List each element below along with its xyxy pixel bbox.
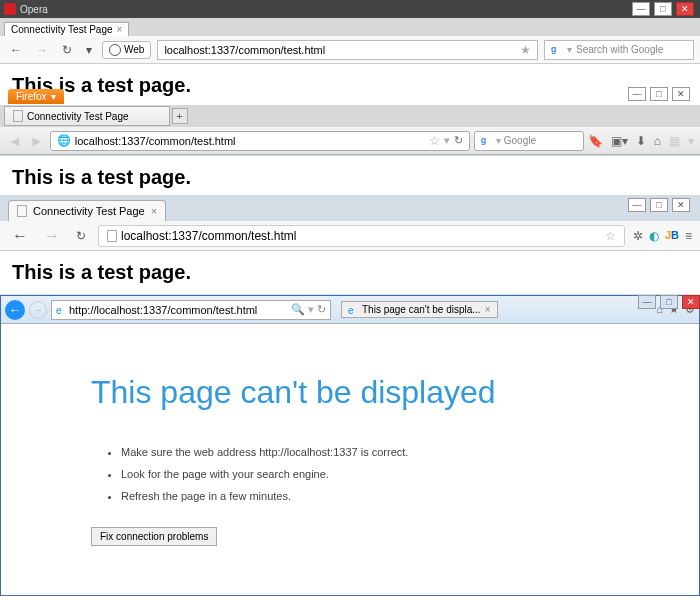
url-text: localhost:1337/common/test.html (121, 229, 601, 243)
forward-button[interactable]: → (29, 301, 47, 319)
ie-address-bar[interactable]: e http://localhost:1337/common/test.html… (51, 300, 331, 320)
minimize-button[interactable]: — (628, 87, 646, 101)
ie-icon: e (56, 305, 66, 315)
globe-icon: 🌐 (57, 134, 71, 147)
reload-button[interactable]: ↻ (454, 134, 463, 147)
back-button[interactable]: ← (8, 225, 32, 247)
menu-icon[interactable]: ≡ (685, 229, 692, 243)
minimize-button[interactable]: — (632, 2, 650, 16)
firefox-page-content: This is a test page. (0, 156, 700, 199)
suggestion-item: Look for the page with your search engin… (121, 463, 609, 485)
maximize-button[interactable]: □ (660, 295, 678, 309)
page-icon (13, 110, 23, 122)
tab-title: Connectivity Test Page (33, 205, 145, 217)
download-icon[interactable]: ⬇ (636, 134, 646, 148)
close-button[interactable]: ✕ (672, 87, 690, 101)
fix-connection-button[interactable]: Fix connection problems (91, 527, 217, 546)
close-button[interactable]: ✕ (676, 2, 694, 16)
firefox-search-box[interactable]: g▾ Google (474, 131, 584, 151)
close-button[interactable]: ✕ (682, 295, 700, 309)
back-button[interactable]: ← (6, 41, 26, 59)
page-icon (107, 230, 117, 242)
bookmark-star-icon[interactable]: ☆ (429, 134, 440, 148)
chrome-extensions: ✲ ◐ JB ≡ (633, 229, 692, 243)
opera-search-box[interactable]: g ▾ Search with Google (544, 40, 694, 60)
forward-button[interactable]: → (32, 41, 52, 59)
forward-button[interactable]: → (40, 225, 64, 247)
chrome-toolbar: ← → ↻ localhost:1337/common/test.html ☆ … (0, 221, 700, 251)
settings-icon[interactable]: ✲ (633, 229, 643, 243)
chrome-page-content: This is a test page. (0, 251, 700, 294)
minimize-button[interactable]: — (628, 198, 646, 212)
back-button[interactable]: ◄ (6, 131, 24, 151)
ie-toolbar: ← → e http://localhost:1337/common/test.… (1, 296, 699, 324)
url-text: localhost:1337/common/test.html (75, 135, 425, 147)
opera-toolbar: ← → ↻ ▾ Web localhost:1337/common/test.h… (0, 36, 700, 64)
reload-button[interactable]: ↻ (72, 227, 90, 245)
close-tab-icon[interactable]: × (151, 205, 157, 217)
maximize-button[interactable]: □ (654, 2, 672, 16)
search-icon[interactable]: 🔍 (291, 303, 305, 316)
suggestion-item: Refresh the page in a few minutes. (121, 485, 609, 507)
web-button[interactable]: Web (102, 41, 151, 59)
minimize-button[interactable]: — (638, 295, 656, 309)
bookmarks-dropdown-icon[interactable]: ▣▾ (611, 134, 628, 148)
bookmark-star-icon[interactable]: ★ (520, 43, 531, 57)
opera-titlebar: Opera (0, 0, 700, 18)
page-heading: This is a test page. (12, 261, 191, 283)
new-tab-button[interactable]: + (172, 108, 188, 124)
page-heading: This is a test page. (12, 166, 191, 188)
ie-window: — □ ✕ ← → e http://localhost:1337/common… (0, 295, 700, 596)
maximize-button[interactable]: □ (650, 198, 668, 212)
dropdown-icon[interactable]: ▾ (82, 41, 96, 59)
settings-icon[interactable]: ▾ (688, 134, 694, 148)
firefox-menu-button[interactable]: Firefox▾ (8, 89, 64, 104)
opera-icon (4, 3, 16, 15)
url-text: http://localhost:1337/common/test.html (69, 304, 288, 316)
chrome-window-controls: — □ ✕ (628, 198, 690, 212)
suggestion-item: Make sure the web address http://localho… (121, 441, 609, 463)
ie-error-page: This page can't be displayed Make sure t… (1, 324, 699, 596)
close-tab-icon[interactable]: × (117, 24, 123, 35)
tab-title: Connectivity Test Page (27, 111, 129, 122)
tab-title: This page can't be displa... (362, 304, 481, 315)
chrome-address-bar[interactable]: localhost:1337/common/test.html ☆ (98, 225, 625, 247)
jetbrains-icon[interactable]: JB (665, 229, 679, 243)
close-button[interactable]: ✕ (672, 198, 690, 212)
page-icon (17, 205, 27, 217)
close-tab-icon[interactable]: × (485, 304, 491, 315)
maximize-button[interactable]: □ (650, 87, 668, 101)
reload-button[interactable]: ↻ (58, 41, 76, 59)
opera-tabs: Connectivity Test Page × (0, 18, 700, 36)
firefox-toolbar-icons: 🔖 ▣▾ ⬇ ⌂ ▦ ▾ (588, 134, 694, 148)
bookmark-icon[interactable]: 🔖 (588, 134, 603, 148)
firefox-toolbar: ◄ ► 🌐 localhost:1337/common/test.html ☆ … (0, 127, 700, 155)
opera-window-controls: — □ ✕ (632, 2, 694, 16)
firefox-header: Firefox▾ (0, 87, 700, 105)
bookmark-star-icon[interactable]: ☆ (605, 229, 616, 243)
firefox-tabs: Connectivity Test Page + (0, 105, 700, 127)
refresh-icon[interactable]: ↻ (317, 303, 326, 316)
ie-window-controls: — □ ✕ (638, 295, 700, 309)
chrome-tabs: Connectivity Test Page × (0, 195, 700, 221)
opera-address-bar[interactable]: localhost:1337/common/test.html ★ (157, 40, 538, 60)
tab-title: Connectivity Test Page (11, 24, 113, 35)
search-placeholder: Search with Google (576, 44, 663, 55)
error-suggestions: Make sure the web address http://localho… (91, 441, 609, 507)
google-icon: g (481, 135, 493, 147)
ie-tab[interactable]: e This page can't be displa... × (341, 301, 498, 318)
forward-button[interactable]: ► (28, 131, 46, 151)
firefox-tab[interactable]: Connectivity Test Page (4, 106, 170, 126)
opera-tab[interactable]: Connectivity Test Page × (4, 22, 129, 36)
extension-icon[interactable]: ◐ (649, 229, 659, 243)
chrome-tab[interactable]: Connectivity Test Page × (8, 200, 166, 221)
home-icon[interactable]: ⌂ (654, 134, 661, 148)
firefox-window-controls: — □ ✕ (628, 87, 690, 101)
feed-icon[interactable]: ▦ (669, 134, 680, 148)
back-button[interactable]: ← (5, 300, 25, 320)
ie-icon: e (348, 305, 358, 315)
opera-app-name: Opera (20, 4, 48, 15)
error-heading: This page can't be displayed (91, 374, 609, 411)
url-text: localhost:1337/common/test.html (164, 44, 325, 56)
firefox-address-bar[interactable]: 🌐 localhost:1337/common/test.html ☆ ▾ ↻ (50, 131, 470, 151)
